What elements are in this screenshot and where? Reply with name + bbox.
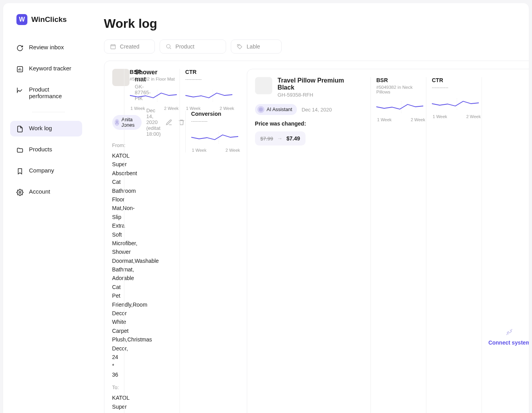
metric-sub: #5049382 in Neck Pillows bbox=[376, 85, 426, 94]
sidebar-item-label: Products bbox=[29, 146, 52, 153]
sidebar-item-label: Product performance bbox=[29, 86, 76, 99]
refresh-icon bbox=[16, 45, 23, 52]
metric-title: BSR bbox=[376, 77, 426, 83]
log-entry: Travel Pillow Premium Black GH-59358-RFH… bbox=[247, 69, 529, 413]
svg-point-11 bbox=[259, 108, 262, 111]
ai-icon bbox=[257, 106, 264, 113]
axis-label: 1 Week bbox=[433, 114, 447, 119]
metric-ctr: CTR ----------- 1 Week2 Week bbox=[426, 77, 482, 413]
metric-bsr: BSR #5049382 in Floor Mat 1 Week2 Week bbox=[124, 69, 180, 413]
sidebar-item-keyword-tracker[interactable]: Keyword tracker bbox=[10, 61, 82, 77]
author-chip: AI Assistant bbox=[255, 104, 297, 115]
sparkline-chart bbox=[376, 101, 423, 113]
filter-product-label: Product bbox=[176, 43, 194, 50]
filter-created-label: Created bbox=[120, 43, 140, 50]
arrow-right-icon: → bbox=[277, 135, 282, 142]
axis-label: 1 Week bbox=[377, 117, 392, 122]
sidebar-item-label: Account bbox=[29, 188, 50, 195]
filter-label-label: Lable bbox=[247, 43, 260, 50]
axis-label: 2 Week bbox=[225, 148, 240, 153]
svg-point-6 bbox=[116, 121, 118, 122]
logo-badge-icon: W bbox=[16, 14, 27, 25]
axis-label: 2 Week bbox=[411, 117, 425, 122]
price-new: $7.49 bbox=[286, 135, 300, 142]
bookmark-icon bbox=[16, 168, 23, 175]
tag-icon bbox=[237, 43, 243, 50]
product-sku: GH-59358-RFH bbox=[278, 92, 359, 98]
connect-label: Connect system bbox=[488, 339, 529, 346]
app-name: WinClicks bbox=[31, 15, 67, 24]
metric-ctr: CTR ----------- 1 Week2 Week Conversion … bbox=[180, 69, 235, 413]
sidebar-item-label: Company bbox=[29, 167, 54, 174]
svg-point-1 bbox=[19, 192, 21, 194]
filter-created[interactable]: Created bbox=[104, 40, 155, 54]
sidebar-divider bbox=[32, 112, 65, 112]
log-entry: Shower mat GK-87765-FIK Anita Jones Dec … bbox=[104, 61, 529, 413]
svg-point-10 bbox=[260, 109, 261, 110]
filter-label[interactable]: Lable bbox=[231, 40, 282, 54]
calendar-icon bbox=[110, 43, 116, 50]
axis-label: 2 Week bbox=[466, 114, 481, 119]
sparkline-chart bbox=[191, 132, 238, 144]
sidebar-item-label: Work log bbox=[29, 125, 52, 131]
sidebar-item-products[interactable]: Products bbox=[10, 142, 82, 158]
change-title: Price was changed: bbox=[255, 120, 359, 127]
main-content: Work log Select Charts Note Created Prod… bbox=[89, 3, 529, 413]
metric-sub: ----------- bbox=[432, 85, 482, 91]
sidebar-item-work-log[interactable]: Work log bbox=[10, 121, 82, 136]
metric-sub: ----------- bbox=[191, 119, 241, 125]
metric-conversion: Conversion ----------- 1 Week2 Week bbox=[185, 111, 241, 153]
folder-icon bbox=[16, 147, 23, 154]
metric-sub: ----------- bbox=[185, 77, 235, 83]
author-name: AI Assistant bbox=[267, 107, 292, 112]
user-icon bbox=[115, 119, 119, 126]
plug-icon bbox=[505, 328, 514, 336]
axis-label: 1 Week bbox=[131, 106, 145, 111]
metric-bsr: BSR #5049382 in Neck Pillows 1 Week2 Wee… bbox=[370, 77, 426, 413]
product-title: Travel Pillow Premium Black bbox=[278, 77, 359, 91]
document-icon bbox=[16, 126, 23, 133]
svg-rect-3 bbox=[111, 45, 115, 49]
svg-point-4 bbox=[166, 45, 170, 48]
sidebar-item-account[interactable]: Account bbox=[10, 184, 82, 200]
metric-sub: #5049382 in Floor Mat bbox=[130, 77, 180, 83]
entry-timestamp: Dec 14, 2020 bbox=[302, 107, 332, 113]
sidebar-item-label: Keyword tracker bbox=[29, 65, 71, 72]
sidebar-item-product-performance[interactable]: Product performance bbox=[10, 82, 82, 103]
page-title: Work log bbox=[104, 16, 157, 31]
sparkline-chart bbox=[130, 90, 177, 102]
sidebar-item-label: Review inbox bbox=[29, 44, 64, 50]
axis-label: 1 Week bbox=[186, 106, 201, 111]
trend-icon bbox=[16, 87, 23, 94]
sidebar-item-company[interactable]: Company bbox=[10, 163, 82, 179]
filter-product[interactable]: Product bbox=[160, 40, 226, 54]
product-thumbnail bbox=[255, 77, 272, 94]
chart-bar-icon bbox=[16, 66, 23, 73]
metric-title: CTR bbox=[185, 69, 235, 75]
gear-icon bbox=[16, 189, 23, 196]
svg-point-5 bbox=[238, 45, 239, 46]
sidebar: W WinClicks Review inbox Keyword tracker… bbox=[3, 3, 89, 413]
search-icon bbox=[165, 43, 172, 50]
logo: W WinClicks bbox=[10, 14, 82, 25]
metric-title: BSR bbox=[130, 69, 180, 75]
axis-label: 2 Week bbox=[164, 106, 178, 111]
axis-label: 2 Week bbox=[219, 106, 234, 111]
sparkline-chart bbox=[432, 98, 479, 110]
price-change-pill: $7.99 → $7.49 bbox=[255, 131, 306, 145]
sidebar-item-review-inbox[interactable]: Review inbox bbox=[10, 40, 82, 56]
metric-title: CTR bbox=[432, 77, 482, 83]
axis-label: 1 Week bbox=[192, 148, 207, 153]
metric-title: Conversion bbox=[191, 111, 241, 117]
price-old: $7.99 bbox=[261, 136, 273, 142]
sparkline-chart bbox=[185, 90, 232, 102]
connect-system-button[interactable]: Connect system bbox=[482, 77, 529, 413]
